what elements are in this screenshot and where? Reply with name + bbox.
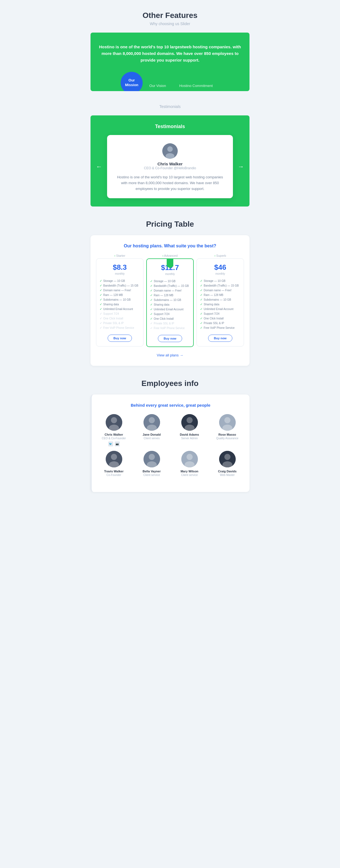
employee-role-0: CEO & Co-Founder: [97, 437, 130, 440]
employee-card-6: Mary WilsonClient service: [173, 451, 206, 478]
plan-feature-0-8: ✓ One Click Install: [100, 316, 140, 321]
employee-socials-0: 🐦📷: [97, 441, 130, 446]
plan-feature-0-4: ✓ Subdomains — 10 GB: [100, 297, 140, 302]
plan-col-2: › Superb$46monthly✓ Storage — 10 GB✓ Ban…: [196, 254, 244, 346]
plan-feature-1-4: ✓ Subdomains — 10 GB: [150, 298, 190, 302]
svg-point-4: [111, 417, 117, 423]
employee-avatar-1: [144, 414, 160, 431]
testimonial-prev-button[interactable]: ←: [96, 163, 102, 170]
svg-point-7: [149, 417, 155, 423]
testimonial-avatar: [162, 143, 178, 159]
employee-name-1: Jane Donald: [135, 433, 168, 436]
plan-tag-1: › Advanced: [146, 254, 194, 257]
pricing-title: Pricing Table: [91, 220, 249, 228]
plan-card-2: $46monthly✓ Storage — 10 GB✓ Bandwidth (…: [196, 258, 244, 346]
plan-col-0: › Starter$8.3monthly✓ Storage — 10 GB✓ B…: [96, 254, 144, 346]
employee-name-5: Bella Vayner: [135, 470, 168, 473]
plan-feature-0-9: ✓ Private SSL & IP: [100, 321, 140, 326]
plan-feature-2-9: ✓ Private SSL & IP: [200, 321, 240, 326]
pricing-subtitle: Our hosting plans. What suite you the be…: [96, 244, 244, 248]
plan-feature-0-10: ✓ Free VoIP Phone Service: [100, 326, 140, 330]
slider-tabs: OurMission Our Vision Hostino Commitment: [99, 72, 241, 91]
svg-point-2: [165, 153, 175, 159]
plan-feature-2-1: ✓ Bandwidth (Traffic) — 15 GB: [200, 283, 240, 288]
slider-box: Hostino is one of the world's top 10 lar…: [91, 33, 249, 91]
employee-avatar-4: [106, 451, 122, 467]
plan-price-0: $8.3: [100, 263, 140, 272]
buy-btn-0[interactable]: Buy now: [107, 335, 132, 342]
employee-card-4: Travis WalkerCo-Founder: [97, 451, 130, 478]
svg-point-10: [187, 417, 193, 423]
plan-features-1: ✓ Storage — 10 GB✓ Bandwidth (Traffic) —…: [150, 279, 190, 331]
plan-feature-1-9: ✓ Private SSL & IP: [150, 321, 190, 326]
testimonials-box: Testimonials Testimonials ← Chr: [91, 115, 249, 207]
employee-role-6: Client service: [173, 473, 206, 476]
slider-tab-mission[interactable]: OurMission: [121, 72, 143, 91]
testimonial-text: Hostino is one of the world's top 10 lar…: [115, 175, 225, 192]
employee-card-7: Craig DavidsWeb Master: [211, 451, 244, 478]
plan-feature-1-7: ✓ Support 7/24: [150, 312, 190, 316]
plan-feature-2-3: ✓ Ram — 128 MB: [200, 292, 240, 297]
svg-point-1: [167, 146, 173, 152]
plan-feature-1-3: ✓ Ram — 128 MB: [150, 293, 190, 298]
plan-feature-1-1: ✓ Bandwidth (Traffic) — 15 GB: [150, 283, 190, 288]
employee-avatar-6: [181, 451, 198, 467]
plan-feature-0-5: ✓ Sharing data: [100, 302, 140, 307]
employee-card-2: David AdamsServer Admin: [173, 414, 206, 446]
plan-tag-0: › Starter: [96, 254, 144, 257]
employee-card-3: Rose MassoQuality Assurance: [211, 414, 244, 446]
plan-feature-0-3: ✓ Ram — 128 MB: [100, 292, 140, 297]
view-all-link[interactable]: View all plans →: [157, 353, 183, 357]
plan-feature-2-6: ✓ Unlimited Email Account: [200, 307, 240, 311]
employees-subtitle: Behind every great service, great people: [97, 403, 244, 407]
plan-ribbon-1: [167, 259, 173, 268]
testimonial-name: Chris Walker: [115, 161, 225, 166]
slider-tab-vision[interactable]: Our Vision: [143, 80, 173, 91]
slider-subtitle: Why choosing us Slider: [91, 22, 249, 26]
svg-point-13: [224, 417, 230, 423]
buy-btn-1[interactable]: Buy now: [158, 335, 182, 342]
slider-tab-commitment[interactable]: Hostino Commitment: [173, 80, 219, 91]
view-all[interactable]: View all plans →: [96, 352, 244, 358]
plan-features-2: ✓ Storage — 10 GB✓ Bandwidth (Traffic) —…: [200, 279, 240, 330]
plan-feature-2-2: ✓ Domain name — Free!: [200, 288, 240, 292]
employee-role-4: Co-Founder: [97, 473, 130, 476]
employee-name-6: Mary Wilson: [173, 470, 206, 473]
testimonial-card-wrapper: ← Chris Walker CEO & Co-Founder @HelloBr…: [96, 135, 244, 198]
employee-name-7: Craig Davids: [211, 470, 244, 473]
plan-price-2: $46: [200, 263, 240, 272]
employees-title: Employees info: [91, 379, 249, 388]
employee-card-5: Bella VaynerClient service: [135, 451, 168, 478]
employee-card-0: Chris WalkerCEO & Co-Founder🐦📷: [97, 414, 130, 446]
buy-btn-2[interactable]: Buy now: [208, 335, 233, 342]
plan-card-0: $8.3monthly✓ Storage — 10 GB✓ Bandwidth …: [96, 258, 144, 346]
employee-role-7: Web Master: [211, 473, 244, 476]
employee-name-2: David Adams: [173, 433, 206, 436]
testimonials-subtitle: Testimonials: [91, 104, 249, 109]
plan-feature-2-10: ✓ Free VoIP Phone Service: [200, 326, 240, 330]
social-icon-0-0[interactable]: 🐦: [108, 441, 113, 446]
page-title: Other Features: [91, 11, 249, 20]
plan-period-0: monthly: [100, 272, 140, 275]
plan-feature-1-10: ✓ Free VoIP Phone Service: [150, 326, 190, 331]
testimonial-next-button[interactable]: →: [238, 163, 244, 170]
plan-feature-2-5: ✓ Sharing data: [200, 302, 240, 307]
testimonials-section: Testimonials Testimonials Testimonials ←: [91, 104, 249, 207]
plan-feature-1-8: ✓ One Click Install: [150, 316, 190, 321]
plan-feature-0-0: ✓ Storage — 10 GB: [100, 279, 140, 283]
employees-grid: Chris WalkerCEO & Co-Founder🐦📷 Jane Dona…: [97, 414, 244, 478]
testimonial-avatar-wrapper: [115, 143, 225, 159]
plan-period-1: monthly: [150, 273, 190, 276]
plan-feature-2-0: ✓ Storage — 10 GB: [200, 279, 240, 283]
testimonial-role: CEO & Co-Founder @HelloBrandio: [115, 166, 225, 170]
plan-feature-0-2: ✓ Domain name — Free!: [100, 288, 140, 292]
svg-point-25: [224, 454, 230, 460]
plan-card-1: $12.7monthly✓ Storage — 10 GB✓ Bandwidth…: [146, 258, 194, 347]
plan-feature-1-2: ✓ Domain name — Free!: [150, 288, 190, 293]
plan-period-2: monthly: [200, 272, 240, 275]
pricing-container: Our hosting plans. What suite you the be…: [91, 235, 249, 366]
social-icon-0-1[interactable]: 📷: [115, 441, 120, 446]
testimonial-card: Chris Walker CEO & Co-Founder @HelloBran…: [107, 135, 233, 198]
plan-feature-0-1: ✓ Bandwidth (Traffic) — 15 GB: [100, 283, 140, 288]
plan-col-1: › Advanced$12.7monthly✓ Storage — 10 GB✓…: [146, 254, 194, 347]
